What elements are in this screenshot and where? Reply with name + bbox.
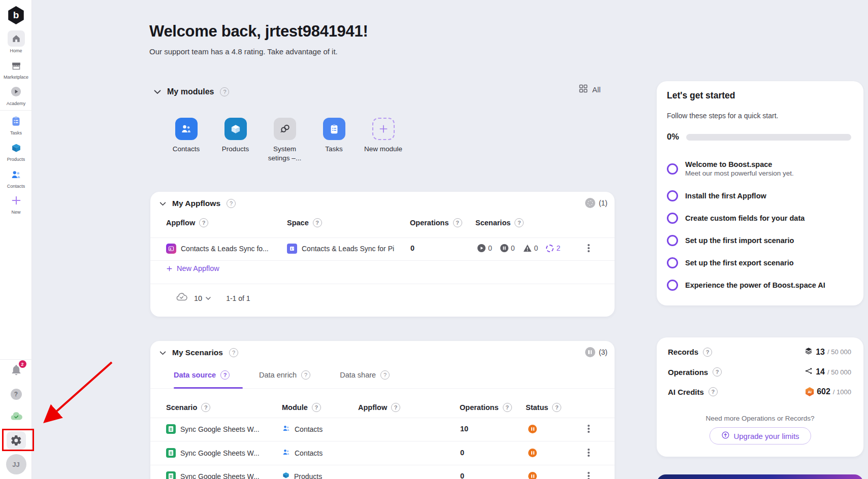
all-modules-button[interactable]: All bbox=[579, 84, 601, 94]
scenario-operations-value: 10 bbox=[460, 425, 468, 433]
chevron-down-icon[interactable] bbox=[154, 87, 161, 96]
products-icon bbox=[11, 143, 22, 155]
step-circle-icon[interactable] bbox=[667, 213, 678, 224]
step-install-appflow[interactable]: Install the first Appflow bbox=[667, 190, 855, 201]
help-button[interactable]: ? bbox=[0, 389, 32, 400]
scenario-tabs: Data source? Data enrich? Data share? bbox=[174, 370, 390, 380]
step-circle-icon[interactable] bbox=[667, 235, 678, 246]
step-custom-fields[interactable]: Create custom fields for your data bbox=[667, 213, 855, 224]
col-operations-help-icon[interactable]: ? bbox=[453, 218, 462, 227]
col-module: Module? bbox=[282, 403, 321, 412]
page-size-select[interactable]: 10 bbox=[194, 294, 211, 302]
sidebar-label-tasks: Tasks bbox=[10, 130, 22, 135]
scenario-row-menu[interactable] bbox=[586, 423, 591, 434]
col-space: Space? bbox=[287, 218, 322, 227]
records-help-icon[interactable]: ? bbox=[703, 348, 712, 357]
chevron-down-icon[interactable] bbox=[159, 199, 166, 208]
records-value: 13 bbox=[816, 348, 825, 357]
col-status-help-icon[interactable]: ? bbox=[552, 403, 561, 412]
pending-stat: 2 bbox=[546, 244, 560, 252]
col-scenarios: Scenarios? bbox=[475, 218, 524, 227]
operations-help-icon[interactable]: ? bbox=[713, 367, 722, 377]
sidebar-item-products[interactable]: Products bbox=[0, 143, 32, 162]
col-appflow2: Appflow? bbox=[358, 403, 400, 412]
page-title: Welcome back, jrtest9841941! bbox=[149, 22, 368, 41]
new-appflow-button[interactable]: New Appflow bbox=[166, 264, 219, 272]
col-operations2: Operations? bbox=[460, 403, 512, 412]
my-scenarios-help-icon[interactable]: ? bbox=[229, 348, 238, 357]
operations-row: Operations? 14 / 50 000 bbox=[668, 367, 851, 377]
user-avatar[interactable]: JJ bbox=[0, 454, 32, 474]
col-appflow-help-icon[interactable]: ? bbox=[199, 218, 208, 227]
ai-credits-value: 602 bbox=[817, 387, 830, 396]
paused-stat: 0 bbox=[500, 244, 515, 252]
module-tasks[interactable]: Tasks bbox=[309, 118, 359, 162]
my-modules-title: My modules bbox=[167, 87, 214, 96]
my-appflows-help-icon[interactable]: ? bbox=[227, 199, 236, 208]
tab-data-enrich-help-icon[interactable]: ? bbox=[301, 370, 310, 380]
contacts-module-mini-icon bbox=[282, 424, 291, 434]
sidebar-item-academy[interactable]: Academy bbox=[0, 86, 32, 106]
col-module-help-icon[interactable]: ? bbox=[312, 403, 321, 412]
col-scenarios-help-icon[interactable]: ? bbox=[515, 218, 524, 227]
scenario-module: Contacts bbox=[295, 449, 323, 457]
tab-data-share-help-icon[interactable]: ? bbox=[380, 370, 390, 380]
scenario-name: Sync Google Sheets W... bbox=[180, 472, 260, 479]
scenario-row-menu[interactable] bbox=[586, 447, 591, 458]
step-circle-icon[interactable] bbox=[667, 190, 678, 201]
google-sheets-icon bbox=[166, 424, 176, 434]
step-import-scenario[interactable]: Set up the first import scenario bbox=[667, 235, 855, 246]
help-icon: ? bbox=[11, 389, 22, 400]
module-contacts[interactable]: Contacts bbox=[162, 118, 211, 162]
module-new[interactable]: New module bbox=[359, 118, 408, 162]
paused-scenarios-icon bbox=[585, 347, 595, 357]
module-products[interactable]: Products bbox=[211, 118, 260, 162]
my-appflows-title: My Appflows bbox=[172, 199, 220, 208]
upgrade-limits-button[interactable]: Upgrade your limits bbox=[709, 427, 811, 444]
chevron-down-icon[interactable] bbox=[159, 348, 166, 357]
tab-data-source-help-icon[interactable]: ? bbox=[220, 370, 230, 380]
col-appflow2-help-icon[interactable]: ? bbox=[391, 403, 400, 412]
tab-data-enrich[interactable]: Data enrich? bbox=[259, 370, 310, 380]
step-circle-icon[interactable] bbox=[667, 163, 678, 175]
home-icon bbox=[8, 30, 25, 47]
scenario-row-menu[interactable] bbox=[586, 470, 591, 479]
page-subtitle: Our support team has a 4.8 rating. Take … bbox=[149, 47, 338, 56]
appflow-row[interactable]: Contacts & Leads Sync fo... Contacts & L… bbox=[150, 237, 615, 260]
tab-data-share[interactable]: Data share? bbox=[340, 370, 390, 380]
operations-label: Operations bbox=[668, 368, 708, 377]
appflow-operations-value: 0 bbox=[410, 244, 414, 252]
app-logo[interactable]: b bbox=[0, 6, 32, 24]
step-boost-ai[interactable]: Experience the power of Boost.space AI bbox=[667, 280, 855, 291]
appflow-row-menu[interactable] bbox=[586, 243, 591, 254]
my-appflows-header: My Appflows ? bbox=[159, 199, 236, 208]
step-export-scenario[interactable]: Set up the first export scenario bbox=[667, 257, 855, 268]
sidebar-item-tasks[interactable]: Tasks bbox=[0, 116, 32, 135]
sync-status-button[interactable] bbox=[0, 411, 32, 424]
tab-data-source[interactable]: Data source? bbox=[174, 370, 230, 380]
step-circle-icon[interactable] bbox=[667, 257, 678, 268]
sidebar-item-home[interactable]: Home bbox=[0, 30, 32, 53]
sidebar-item-marketplace[interactable]: Marketplace bbox=[0, 60, 32, 80]
my-modules-help-icon[interactable]: ? bbox=[220, 87, 229, 96]
all-modules-label: All bbox=[592, 85, 601, 94]
notifications-button[interactable]: 2 bbox=[0, 363, 32, 379]
ai-credits-help-icon[interactable]: ? bbox=[709, 387, 718, 396]
sidebar-label-new: New bbox=[11, 210, 20, 215]
modules-row: Contacts Products System setings –... Ta… bbox=[162, 118, 408, 162]
module-system-settings[interactable]: System setings –... bbox=[260, 118, 309, 162]
step-welcome[interactable]: Welcome to Boost.space Meet our most pow… bbox=[667, 160, 855, 177]
scenario-row[interactable]: Sync Google Sheets W... Contacts 0 bbox=[150, 441, 615, 465]
scenario-row[interactable]: Sync Google Sheets W... Contacts 10 bbox=[150, 418, 615, 441]
col-scenario-help-icon[interactable]: ? bbox=[201, 403, 210, 412]
status-paused-icon bbox=[528, 425, 537, 433]
sidebar-item-contacts[interactable]: Contacts bbox=[0, 169, 32, 189]
step-circle-icon[interactable] bbox=[667, 280, 678, 291]
boost-logo-icon: b bbox=[8, 6, 25, 24]
scenario-row[interactable]: Sync Google Sheets W... Products 0 bbox=[150, 465, 615, 479]
promo-card-top-edge bbox=[657, 474, 863, 479]
col-operations2-help-icon[interactable]: ? bbox=[503, 403, 512, 412]
col-space-help-icon[interactable]: ? bbox=[313, 218, 322, 227]
sidebar-label-products: Products bbox=[7, 157, 25, 162]
sidebar-item-new[interactable]: New bbox=[0, 195, 32, 215]
